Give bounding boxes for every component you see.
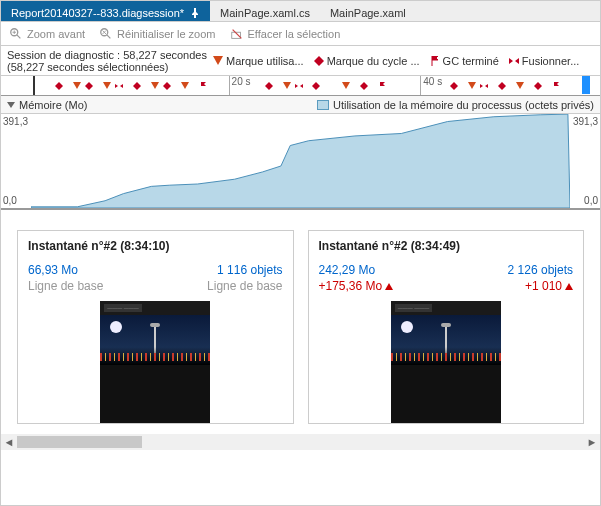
marker-icon[interactable]: [498, 82, 506, 90]
scroll-right-button[interactable]: ►: [584, 434, 600, 450]
marker-icon[interactable]: [534, 82, 542, 90]
memory-chart[interactable]: 391,3 0,0 391,3 0,0: [1, 114, 600, 210]
horizontal-scrollbar[interactable]: ◄ ►: [1, 434, 600, 450]
arrow-up-icon: [385, 283, 393, 290]
snapshot-thumbnail: ——— ———: [100, 301, 210, 423]
merge-icon: [509, 56, 519, 66]
tab-report[interactable]: Report20140327--833.diagsession*: [1, 1, 210, 21]
marker-icon[interactable]: [73, 82, 81, 90]
triangle-down-icon: [213, 56, 223, 66]
snapshot-thumbnail: ——— ———: [391, 301, 501, 423]
toolbar-label: Zoom avant: [27, 28, 85, 40]
svg-line-5: [107, 34, 111, 38]
session-line1: Session de diagnostic : 58,227 secondes: [7, 49, 207, 61]
snapshot-objects-link[interactable]: 1 116 objets: [217, 263, 282, 277]
tab-xaml[interactable]: MainPage.xaml: [320, 1, 416, 21]
time-ruler[interactable]: 20 s 40 s: [1, 76, 600, 96]
tab-label: MainPage.xaml: [330, 7, 406, 19]
legend-merge: Fusionner...: [509, 55, 579, 67]
legend-cycle-mark: Marque du cycle ...: [314, 55, 420, 67]
y-max-label-r: 391,3: [573, 116, 598, 127]
legend-label: Marque utilisa...: [226, 55, 304, 67]
diamond-icon: [314, 56, 324, 66]
chart-header: Mémoire (Mo) Utilisation de la mémoire d…: [1, 96, 600, 114]
delta-objects[interactable]: +1 010: [525, 279, 573, 293]
y-min-label: 0,0: [3, 195, 17, 206]
y-max-label: 391,3: [3, 116, 28, 127]
marker-icon[interactable]: [360, 82, 368, 90]
marker-icon[interactable]: [283, 82, 291, 90]
toolbar: Zoom avant Réinitialiser le zoom Effacer…: [1, 22, 600, 46]
series-label: Utilisation de la mémoire du processus (…: [333, 99, 594, 111]
tab-bar: Report20140327--833.diagsession* MainPag…: [1, 1, 600, 22]
tab-label: MainPage.xaml.cs: [220, 7, 310, 19]
legend-gc-done: GC terminé: [430, 55, 499, 67]
legend-label: GC terminé: [443, 55, 499, 67]
clear-selection-icon: [230, 27, 244, 41]
reset-zoom-button[interactable]: Réinitialiser le zoom: [99, 27, 215, 41]
arrow-up-icon: [565, 283, 573, 290]
marker-icon[interactable]: [181, 82, 189, 90]
marker-icon[interactable]: [133, 82, 141, 90]
snapshot-title: Instantané n°#2 (8:34:10): [28, 239, 283, 253]
session-row: Session de diagnostic : 58,227 secondes …: [1, 46, 600, 76]
pin-icon[interactable]: [190, 8, 200, 18]
snapshot-size-link[interactable]: 66,93 Mo: [28, 263, 78, 277]
legend-label: Marque du cycle ...: [327, 55, 420, 67]
snapshot-objects-link[interactable]: 2 126 objets: [508, 263, 573, 277]
marker-icon[interactable]: [378, 82, 386, 90]
marker-icon[interactable]: [312, 82, 320, 90]
toolbar-label: Effacer la sélection: [248, 28, 341, 40]
marker-icon[interactable]: [265, 82, 273, 90]
toolbar-label: Réinitialiser le zoom: [117, 28, 215, 40]
baseline-label: Ligne de base: [28, 279, 103, 293]
marker-legend: Marque utilisa... Marque du cycle ... GC…: [213, 55, 594, 67]
marker-icon[interactable]: [295, 82, 303, 90]
marker-icon[interactable]: [199, 82, 207, 90]
delta-obj-value: +1 010: [525, 279, 562, 293]
legend-user-mark: Marque utilisa...: [213, 55, 304, 67]
marker-icon[interactable]: [85, 82, 93, 90]
scroll-left-button[interactable]: ◄: [1, 434, 17, 450]
marker-icon[interactable]: [468, 82, 476, 90]
scroll-track[interactable]: [17, 434, 584, 450]
snapshot-card-1[interactable]: Instantané n°#2 (8:34:10) 66,93 Mo 1 116…: [17, 230, 294, 424]
zoom-in-button[interactable]: Zoom avant: [9, 27, 85, 41]
chart-area: [31, 114, 570, 208]
marker-icon[interactable]: [55, 82, 63, 90]
series-swatch: [317, 100, 329, 110]
marker-icon[interactable]: [115, 82, 123, 90]
legend-label: Fusionner...: [522, 55, 579, 67]
zoom-in-icon: [9, 27, 23, 41]
delta-size-value: +175,36 Mo: [319, 279, 383, 293]
snapshot-area: Instantané n°#2 (8:34:10) 66,93 Mo 1 116…: [1, 210, 600, 434]
marker-row: [1, 82, 600, 92]
y-min-label-r: 0,0: [584, 195, 598, 206]
marker-icon[interactable]: [450, 82, 458, 90]
session-line2: (58,227 secondes sélectionnées): [7, 61, 207, 73]
snapshot-size-link[interactable]: 242,29 Mo: [319, 263, 376, 277]
delta-size[interactable]: +175,36 Mo: [319, 279, 394, 293]
marker-icon[interactable]: [552, 82, 560, 90]
reset-zoom-icon: [99, 27, 113, 41]
marker-icon[interactable]: [103, 82, 111, 90]
session-text: Session de diagnostic : 58,227 secondes …: [7, 49, 213, 73]
tab-cs[interactable]: MainPage.xaml.cs: [210, 1, 320, 21]
baseline-label: Ligne de base: [207, 279, 282, 293]
marker-icon[interactable]: [516, 82, 524, 90]
chart-title: Mémoire (Mo): [19, 99, 87, 111]
flag-icon: [430, 56, 440, 66]
snapshot-title: Instantané n°#2 (8:34:49): [319, 239, 574, 253]
snapshot-card-2[interactable]: Instantané n°#2 (8:34:49) 242,29 Mo 2 12…: [308, 230, 585, 424]
tab-label: Report20140327--833.diagsession*: [11, 7, 184, 19]
svg-line-1: [17, 34, 21, 38]
marker-icon[interactable]: [480, 82, 488, 90]
collapse-icon[interactable]: [7, 102, 15, 108]
clear-selection-button[interactable]: Effacer la sélection: [230, 27, 341, 41]
marker-icon[interactable]: [151, 82, 159, 90]
marker-icon[interactable]: [163, 82, 171, 90]
marker-icon[interactable]: [342, 82, 350, 90]
scroll-thumb[interactable]: [17, 436, 142, 448]
chart-legend: Utilisation de la mémoire du processus (…: [317, 99, 594, 111]
